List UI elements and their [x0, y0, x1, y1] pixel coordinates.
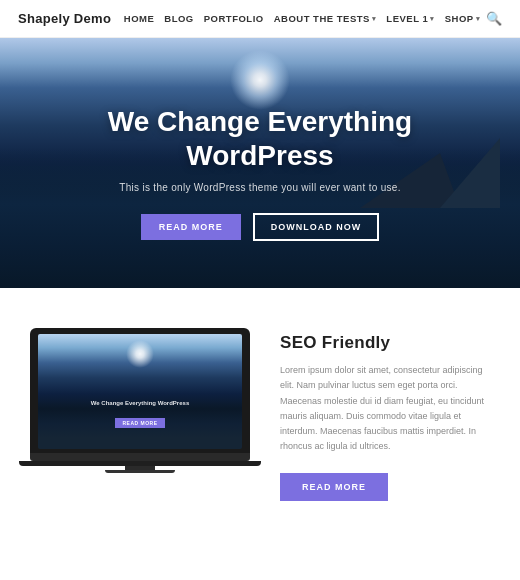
hero-subtitle: This is the only WordPress theme you wil…: [119, 182, 401, 193]
logo: Shapely Demo: [18, 11, 118, 26]
laptop-base: [30, 453, 250, 461]
hero-title-line2: WordPress: [186, 140, 333, 171]
header: Shapely Demo HOME BLOG PORTFOLIO ABOUT T…: [0, 0, 520, 38]
nav-label-home: HOME: [124, 13, 155, 24]
chevron-down-icon: ▾: [372, 15, 377, 23]
laptop-screen: We Change Everything WordPress READ MORE: [38, 334, 242, 449]
hero-section: We Change Everything WordPress This is t…: [0, 38, 520, 288]
laptop-mini-content: We Change Everything WordPress READ MORE: [70, 400, 210, 429]
nav-item-home[interactable]: HOME: [124, 13, 155, 24]
laptop: We Change Everything WordPress READ MORE: [30, 328, 250, 473]
chevron-down-icon: ▾: [476, 15, 481, 23]
nav-item-portfolio[interactable]: PORTFOLIO: [204, 13, 264, 24]
laptop-foot: [105, 470, 175, 473]
nav-label-portfolio: PORTFOLIO: [204, 13, 264, 24]
laptop-mini-read-more: READ MORE: [115, 418, 164, 428]
nav-label-level1: LEVEL 1: [386, 13, 428, 24]
laptop-mockup: We Change Everything WordPress READ MORE: [30, 328, 250, 473]
feature-read-more-button[interactable]: READ MORE: [280, 473, 388, 501]
feature-description: Lorem ipsum dolor sit amet, consectetur …: [280, 363, 490, 455]
hero-title-line1: We Change Everything: [108, 106, 412, 137]
nav-item-level1[interactable]: LEVEL 1 ▾: [386, 13, 434, 24]
nav-label-shop: SHOP: [445, 13, 474, 24]
hero-content: We Change Everything WordPress This is t…: [0, 38, 520, 288]
feature-section: We Change Everything WordPress READ MORE…: [0, 288, 520, 531]
hero-title: We Change Everything WordPress: [108, 105, 412, 172]
laptop-mini-title: We Change Everything WordPress: [70, 400, 210, 407]
feature-text: SEO Friendly Lorem ipsum dolor sit amet,…: [280, 328, 490, 501]
nav-item-shop[interactable]: SHOP ▾: [445, 13, 480, 24]
nav-item-about[interactable]: ABOUT THE TESTS ▾: [274, 13, 377, 24]
laptop-screen-bezel: We Change Everything WordPress READ MORE: [30, 328, 250, 453]
nav-label-about: ABOUT THE TESTS: [274, 13, 370, 24]
laptop-sun: [126, 340, 154, 368]
search-icon[interactable]: 🔍: [486, 11, 502, 26]
download-now-button[interactable]: DOWNLOAD NOW: [253, 213, 380, 241]
feature-title: SEO Friendly: [280, 333, 490, 353]
main-nav: HOME BLOG PORTFOLIO ABOUT THE TESTS ▾ LE…: [118, 13, 486, 24]
read-more-button[interactable]: READ MORE: [141, 214, 241, 240]
nav-label-blog: BLOG: [164, 13, 193, 24]
nav-item-blog[interactable]: BLOG: [164, 13, 193, 24]
chevron-down-icon: ▾: [430, 15, 435, 23]
hero-buttons: READ MORE DOWNLOAD NOW: [141, 213, 380, 241]
